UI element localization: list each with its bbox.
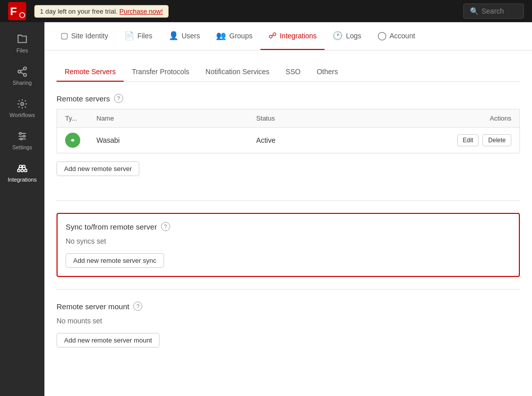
edit-server-button[interactable]: Edit: [457, 134, 479, 146]
subtab-others-label: Others: [316, 68, 338, 76]
settings-icon: [16, 130, 28, 142]
purchase-link[interactable]: Purchase now!: [120, 8, 163, 15]
svg-text:F: F: [10, 5, 17, 18]
subtab-sso-label: SSO: [286, 68, 301, 76]
sidebar-files-label: Files: [16, 47, 28, 53]
mount-heading: Remote server mount ?: [57, 302, 520, 311]
col-actions: Actions: [408, 109, 519, 128]
account-nav-icon: ◯: [378, 31, 387, 40]
mount-section: Remote server mount ? No mounts set Add …: [57, 302, 520, 348]
tab-logs-label: Logs: [346, 32, 361, 40]
integrations-nav-icon: ☍: [269, 31, 277, 40]
svg-point-4: [18, 70, 21, 73]
mount-no-data: No mounts set: [57, 317, 520, 325]
tab-site-identity[interactable]: ▢ Site Identity: [52, 22, 116, 50]
remote-servers-heading-text: Remote servers: [57, 94, 110, 103]
subtab-sso[interactable]: SSO: [278, 63, 309, 82]
section-divider-1: [57, 200, 520, 201]
table-row: Wasabi Active Edit Delete: [57, 128, 520, 153]
trial-banner: 1 day left on your free trial. Purchase …: [34, 5, 169, 18]
mount-heading-text: Remote server mount: [57, 302, 129, 311]
search-bar[interactable]: 🔍 Search: [463, 4, 524, 19]
svg-point-13: [23, 135, 25, 137]
col-type: Ty...: [57, 109, 89, 128]
subtab-transfer-protocols-label: Transfer Protocols: [132, 68, 189, 76]
tab-users-label: Users: [182, 32, 200, 40]
svg-point-8: [21, 102, 24, 105]
subtab-transfer-protocols[interactable]: Transfer Protocols: [124, 63, 197, 82]
subtab-others[interactable]: Others: [308, 63, 346, 82]
wasabi-icon: [65, 133, 80, 148]
tab-account[interactable]: ◯ Account: [369, 22, 423, 50]
server-name-cell: Wasabi: [88, 128, 248, 153]
files-nav-icon: 📄: [124, 31, 134, 40]
sidebar-workflows-label: Workflows: [10, 112, 35, 118]
svg-line-7: [21, 69, 24, 71]
remote-servers-help-icon[interactable]: ?: [114, 94, 123, 103]
content-area: ▢ Site Identity 📄 Files 👤 Users 👥 Groups…: [44, 22, 532, 396]
subtab-notification-services[interactable]: Notification Services: [197, 63, 278, 82]
main-layout: Files Sharing Workflows: [0, 22, 532, 396]
svg-rect-15: [18, 169, 20, 172]
nav-tabs-bar: ▢ Site Identity 📄 Files 👤 Users 👥 Groups…: [44, 22, 532, 50]
tab-integrations[interactable]: ☍ Integrations: [260, 22, 325, 50]
mount-help-icon[interactable]: ?: [133, 302, 142, 311]
tab-files-label: Files: [137, 32, 152, 40]
search-label: Search: [482, 7, 504, 15]
subtab-remote-servers[interactable]: Remote Servers: [57, 63, 124, 82]
add-remote-server-button[interactable]: Add new remote server: [57, 161, 139, 176]
subtab-remote-servers-label: Remote Servers: [65, 68, 116, 76]
svg-line-6: [21, 72, 24, 74]
sidebar-sharing-label: Sharing: [13, 80, 32, 86]
tab-groups[interactable]: 👥 Groups: [208, 22, 260, 50]
col-status: Status: [248, 109, 408, 128]
page-content: Remote Servers Transfer Protocols Notifi…: [44, 50, 532, 396]
svg-rect-16: [21, 169, 24, 172]
add-remote-server-sync-button[interactable]: Add new remote server sync: [66, 253, 164, 268]
svg-rect-17: [25, 169, 27, 172]
sync-section: Sync to/from remote server ? No syncs se…: [57, 213, 520, 277]
svg-point-14: [20, 138, 22, 140]
tab-users[interactable]: 👤 Users: [161, 22, 208, 50]
tab-site-identity-label: Site Identity: [71, 32, 108, 40]
sidebar-item-workflows[interactable]: Workflows: [2, 93, 42, 123]
sidebar-item-settings[interactable]: Settings: [2, 125, 42, 155]
svg-point-2: [20, 13, 25, 18]
users-nav-icon: 👤: [169, 31, 179, 40]
workflows-icon: [16, 98, 28, 110]
tab-account-label: Account: [390, 32, 415, 40]
server-type-cell: [57, 128, 89, 153]
sidebar: Files Sharing Workflows: [0, 22, 44, 396]
remote-servers-table: Ty... Name Status Actions: [57, 109, 520, 153]
sidebar-item-files[interactable]: Files: [2, 28, 42, 59]
add-remote-server-mount-button[interactable]: Add new remote server mount: [57, 333, 159, 348]
sidebar-integrations-label: Integrations: [8, 177, 36, 183]
delete-server-button[interactable]: Delete: [483, 134, 511, 146]
logo: F: [8, 2, 26, 20]
topbar: F 1 day left on your free trial. Purchas…: [0, 0, 532, 22]
topbar-left: F 1 day left on your free trial. Purchas…: [8, 2, 169, 20]
search-icon: 🔍: [470, 7, 478, 15]
files-icon: [16, 33, 28, 45]
server-actions-cell: Edit Delete: [408, 128, 519, 153]
tab-groups-label: Groups: [229, 32, 252, 40]
sidebar-item-integrations[interactable]: Integrations: [2, 157, 42, 188]
tab-logs[interactable]: 🕐 Logs: [325, 22, 369, 50]
svg-point-12: [20, 133, 22, 135]
sync-heading: Sync to/from remote server ?: [66, 222, 511, 231]
sync-help-icon[interactable]: ?: [161, 222, 170, 231]
sync-no-data: No syncs set: [66, 237, 511, 245]
svg-point-3: [24, 67, 27, 70]
subtab-notification-services-label: Notification Services: [205, 68, 270, 76]
remote-servers-heading: Remote servers ?: [57, 94, 520, 103]
sharing-icon: [16, 66, 28, 78]
sub-tabs: Remote Servers Transfer Protocols Notifi…: [57, 63, 520, 82]
svg-point-5: [24, 74, 27, 77]
svg-point-26: [72, 139, 74, 142]
integrations-icon: [16, 162, 28, 175]
logs-nav-icon: 🕐: [333, 31, 343, 40]
sidebar-item-sharing[interactable]: Sharing: [2, 61, 42, 91]
sync-heading-text: Sync to/from remote server: [66, 222, 157, 231]
tab-files[interactable]: 📄 Files: [116, 22, 161, 50]
groups-nav-icon: 👥: [216, 31, 226, 40]
